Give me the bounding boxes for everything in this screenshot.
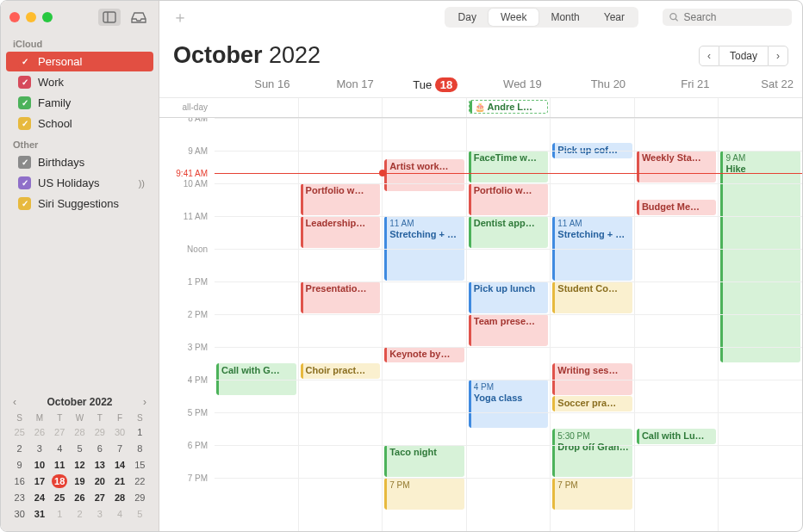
mini-day[interactable]: 26 (72, 491, 87, 504)
calendar-event[interactable]: Artist work… (384, 159, 464, 191)
checkbox-icon[interactable]: ✓ (18, 96, 31, 109)
allday-cell[interactable] (550, 98, 634, 117)
view-year[interactable]: Year (592, 9, 637, 26)
calendar-event[interactable]: Dentist app… (469, 216, 549, 248)
checkbox-icon[interactable]: ✓ (18, 197, 31, 210)
calendar-event[interactable]: 7 PM (384, 478, 464, 510)
mini-day[interactable]: 22 (132, 474, 147, 488)
allday-event[interactable]: 🎂 Andre L… (469, 100, 549, 114)
mini-day[interactable]: 31 (32, 507, 47, 521)
mini-day[interactable]: 29 (132, 491, 147, 504)
calendar-event[interactable]: Keynote by… (384, 347, 464, 362)
mini-day[interactable]: 16 (12, 474, 28, 488)
minimize-icon[interactable] (26, 12, 36, 22)
sidebar-item-school[interactable]: ✓School (6, 114, 153, 133)
checkbox-icon[interactable]: ✓ (18, 176, 31, 189)
allday-cell[interactable] (215, 98, 298, 117)
calendar-event[interactable]: 9 AMHike (720, 151, 800, 362)
view-day[interactable]: Day (446, 9, 489, 26)
mini-day[interactable]: 28 (72, 425, 87, 439)
mini-day[interactable]: 9 (12, 458, 28, 472)
sidebar-item-family[interactable]: ✓Family (6, 93, 153, 113)
calendar-event[interactable]: Weekly Sta… (637, 151, 717, 182)
mini-day[interactable]: 27 (52, 425, 67, 439)
calendar-event[interactable]: Call with Lu… (637, 429, 717, 444)
mini-day[interactable]: 4 (112, 507, 128, 521)
calendar-event[interactable]: Soccer pra… (552, 396, 632, 411)
mini-day[interactable]: 25 (52, 491, 67, 504)
checkbox-icon[interactable]: ✓ (18, 156, 31, 169)
mini-day[interactable]: 17 (32, 474, 47, 488)
sidebar-item-personal[interactable]: ✓Personal (6, 52, 153, 71)
mini-day[interactable]: 3 (32, 442, 47, 455)
calendars-toggle-icon[interactable] (98, 9, 121, 26)
mini-next-icon[interactable]: › (141, 396, 148, 408)
allday-cell[interactable] (298, 98, 383, 117)
checkbox-icon[interactable]: ✓ (18, 117, 31, 130)
mini-day[interactable]: 28 (112, 491, 128, 504)
calendar-event[interactable]: Presentatio… (301, 281, 381, 313)
mini-day[interactable]: 2 (12, 442, 28, 455)
day-column[interactable]: 9 AMHike (718, 118, 802, 531)
mini-day[interactable]: 26 (32, 425, 47, 439)
mini-day[interactable]: 30 (112, 425, 128, 439)
calendar-event[interactable]: 7 PM (552, 478, 632, 510)
mini-day[interactable]: 30 (12, 507, 28, 521)
view-switcher[interactable]: DayWeekMonthYear (445, 7, 638, 28)
mini-day[interactable]: 1 (52, 507, 67, 521)
sidebar-item-work[interactable]: ✓Work (6, 72, 153, 92)
mini-day[interactable]: 23 (12, 491, 28, 504)
sidebar-item-birthdays[interactable]: ✓Birthdays (6, 152, 153, 172)
close-icon[interactable] (9, 12, 20, 22)
search-field[interactable] (663, 9, 792, 26)
checkbox-icon[interactable]: ✓ (18, 55, 31, 68)
calendar-event[interactable]: Portfolio w… (301, 183, 381, 215)
mini-day[interactable]: 29 (92, 425, 108, 439)
next-week-button[interactable]: › (768, 46, 788, 66)
mini-day[interactable]: 7 (112, 442, 128, 455)
mini-day[interactable]: 27 (92, 491, 108, 504)
window-controls[interactable] (9, 12, 53, 22)
sidebar-item-siri-suggestions[interactable]: ✓Siri Suggestions (6, 194, 153, 213)
inbox-icon[interactable] (128, 9, 150, 26)
mini-day[interactable]: 19 (72, 474, 87, 488)
mini-day[interactable]: 3 (92, 507, 108, 521)
allday-cell[interactable] (718, 98, 802, 117)
mini-day[interactable]: 14 (112, 458, 128, 472)
mini-day[interactable]: 13 (92, 458, 108, 472)
prev-week-button[interactable]: ‹ (699, 46, 719, 66)
calendar-event[interactable]: Budget Me… (637, 200, 717, 215)
mini-day[interactable]: 5 (132, 507, 147, 521)
mini-day[interactable]: 20 (92, 474, 108, 488)
mini-day[interactable]: 25 (12, 425, 28, 439)
day-column[interactable]: Artist work…11 AMStretching + weightsKey… (382, 118, 466, 531)
mini-day[interactable]: 24 (32, 491, 47, 504)
mini-day[interactable]: 15 (132, 458, 147, 472)
allday-cell[interactable] (634, 98, 719, 117)
checkbox-icon[interactable]: ✓ (18, 76, 31, 89)
search-input[interactable] (684, 11, 785, 23)
mini-day[interactable]: 8 (132, 442, 147, 455)
calendar-event[interactable]: Team prese… (469, 314, 549, 346)
view-month[interactable]: Month (538, 9, 591, 26)
calendar-event[interactable]: Taco night (384, 445, 464, 477)
mini-day[interactable]: 1 (132, 425, 147, 439)
day-column[interactable]: Pick up cof…11 AMStretching + weightsStu… (550, 118, 634, 531)
day-column[interactable]: Weekly Sta…Budget Me…Call with Lu… (634, 118, 719, 531)
view-week[interactable]: Week (489, 9, 538, 26)
allday-cell[interactable]: 🎂 Andre L… (466, 98, 551, 117)
calendar-event[interactable]: 4 PMYoga class (469, 380, 549, 428)
calendar-event[interactable]: Pick up lunch (469, 281, 549, 313)
calendar-event[interactable]: FaceTime w… (469, 151, 549, 182)
add-event-button[interactable]: ＋ (170, 7, 190, 28)
calendar-event[interactable]: 5:30 PMDrop off Grandma… (552, 429, 632, 477)
mini-day[interactable]: 18 (52, 474, 67, 488)
calendar-event[interactable]: Student Co… (552, 281, 632, 313)
mini-day[interactable]: 4 (52, 442, 67, 455)
calendar-event[interactable]: Leadership… (301, 216, 381, 248)
mini-day[interactable]: 5 (72, 442, 87, 455)
mini-prev-icon[interactable]: ‹ (11, 396, 18, 408)
mini-day[interactable]: 21 (112, 474, 128, 488)
calendar-event[interactable]: Choir pract… (301, 363, 381, 379)
today-button[interactable]: Today (719, 46, 768, 66)
